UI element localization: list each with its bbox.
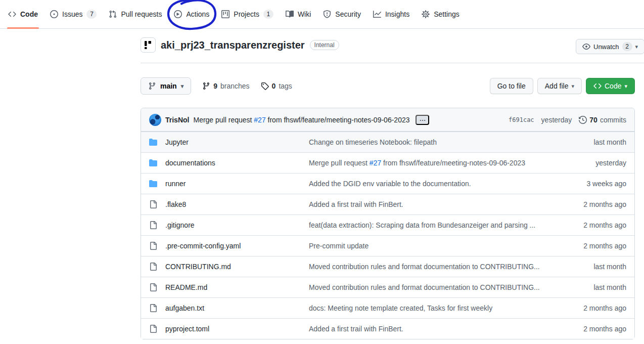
file-name-link[interactable]: .pre-commit-config.yaml: [165, 242, 241, 250]
commit-message-link[interactable]: Added a first trail with FinBert.: [309, 200, 561, 208]
file-name-link[interactable]: pyproject.toml: [165, 325, 209, 333]
file-name-link[interactable]: .gitignore: [165, 221, 195, 229]
visibility-badge: Internal: [310, 40, 339, 50]
message-pre: Merge pull request: [309, 159, 370, 167]
table-row: Jupyter Change on timeseries Notebook: f…: [141, 132, 634, 152]
tab-settings[interactable]: Settings: [416, 0, 466, 28]
unwatch-button[interactable]: Unwatch 2 ▾: [576, 39, 644, 54]
folder-icon: [149, 159, 157, 167]
repo-title[interactable]: aki_prj23_transparenzregister: [161, 39, 305, 51]
tab-code[interactable]: Code: [2, 0, 44, 28]
table-row: aufgaben.txt docs: Meeting note template…: [141, 297, 634, 318]
tab-projects[interactable]: Projects 1: [215, 0, 280, 28]
issue-opened-icon: [50, 10, 58, 18]
book-icon: [286, 10, 294, 18]
commit-message-link[interactable]: Pre-commit update: [309, 242, 561, 250]
pr-link[interactable]: #27: [254, 116, 265, 124]
folder-icon: [149, 180, 157, 188]
commit-age: yesterday: [561, 159, 626, 167]
table-row: .gitignore feat(data extraction): Scrapi…: [141, 214, 634, 235]
tab-wiki[interactable]: Wiki: [280, 0, 317, 28]
commit-age: 3 weeks ago: [561, 180, 626, 188]
branch-selector[interactable]: main ▾: [141, 77, 191, 95]
file-icon: [149, 221, 157, 229]
commit-message-link[interactable]: Moved contribution rules and format docu…: [309, 283, 561, 291]
chevron-down-icon: ▾: [635, 44, 638, 50]
commit-message-link[interactable]: Added the DGID env variable to the docum…: [309, 180, 561, 188]
commit-ellipsis-button[interactable]: …: [416, 115, 429, 125]
repo-avatar[interactable]: [141, 37, 156, 53]
file-name-link[interactable]: Jupyter: [165, 138, 189, 146]
commit-message-link[interactable]: Moved contribution rules and format docu…: [309, 263, 561, 271]
header-divider: [141, 63, 644, 63]
table-row: CONTRIBUTING.md Moved contribution rules…: [141, 256, 634, 277]
table-row: .pre-commit-config.yaml Pre-commit updat…: [141, 235, 634, 256]
tab-actions-label: Actions: [186, 10, 209, 18]
tags-label: tags: [279, 82, 292, 90]
file-name-link[interactable]: README.md: [165, 283, 207, 291]
commits-history-link[interactable]: 70 commits: [579, 116, 626, 124]
toolbar-right-group: Go to file Add file ▾ Code ▾: [490, 78, 635, 94]
file-icon: [149, 304, 157, 312]
history-icon: [579, 116, 587, 124]
go-to-file-button[interactable]: Go to file: [490, 78, 533, 94]
table-row: pyproject.toml Added a first trail with …: [141, 318, 634, 339]
commits-label: commits: [600, 116, 626, 124]
branches-count: 9: [213, 82, 217, 90]
git-branch-icon: [148, 82, 156, 90]
commit-hash[interactable]: f691cac: [509, 116, 534, 123]
commit-message-link[interactable]: feat(data extraction): Scraping data fro…: [309, 221, 561, 229]
file-name-link[interactable]: .flake8: [165, 200, 186, 208]
table-row: README.md Moved contribution rules and f…: [141, 277, 634, 297]
file-name-link[interactable]: CONTRIBUTING.md: [165, 263, 231, 271]
commit-author[interactable]: TrisNol: [165, 116, 189, 124]
tab-pull-requests[interactable]: Pull requests: [103, 0, 168, 28]
tab-code-label: Code: [20, 10, 38, 18]
tab-security[interactable]: Security: [317, 0, 367, 28]
tab-actions[interactable]: Actions: [168, 0, 215, 28]
commit-age: 2 months ago: [561, 221, 626, 229]
commit-age: last month: [561, 283, 626, 291]
commit-age: last month: [561, 263, 626, 271]
pr-link[interactable]: #27: [370, 159, 381, 167]
commit-meta: f691cac yesterday 70 commits: [509, 116, 626, 124]
table-row: .flake8 Added a first trail with FinBert…: [141, 194, 634, 214]
commit-age: last month: [561, 138, 626, 146]
chevron-down-icon: ▾: [571, 83, 574, 89]
tab-issues[interactable]: Issues 7: [44, 0, 103, 28]
commit-message-link[interactable]: Change on timeseries Notebook: filepath: [309, 138, 561, 146]
code-button[interactable]: Code ▾: [586, 78, 635, 94]
add-file-button[interactable]: Add file ▾: [537, 78, 582, 94]
branches-label: branches: [220, 82, 250, 90]
gear-icon: [422, 10, 430, 18]
table-row: documentations Merge pull request #27 fr…: [141, 152, 634, 173]
file-name-link[interactable]: documentations: [165, 159, 215, 167]
commit-message-link[interactable]: Merge pull request #27 from fhswf/featur…: [309, 159, 561, 167]
commit-age: 2 months ago: [561, 325, 626, 333]
commit-message-link[interactable]: docs: Meeting note template created, Tas…: [309, 304, 561, 312]
org-logo-icon: [143, 39, 154, 51]
file-name-link[interactable]: runner: [165, 180, 186, 188]
file-icon: [149, 325, 157, 333]
commit-age: 2 months ago: [561, 200, 626, 208]
tab-insights-label: Insights: [385, 10, 409, 18]
branch-name: main: [160, 82, 177, 90]
avatar[interactable]: [149, 114, 161, 126]
repo-tab-bar: Code Issues 7 Pull requests Actions Proj…: [0, 0, 644, 29]
git-branch-icon: [202, 82, 210, 90]
file-icon: [149, 263, 157, 271]
commits-count: 70: [589, 116, 597, 124]
commit-message[interactable]: Merge pull request #27 from fhswf/featur…: [193, 116, 409, 124]
shield-icon: [323, 10, 331, 18]
file-browser: TrisNol Merge pull request #27 from fhsw…: [141, 108, 635, 339]
tags-link[interactable]: 0 tags: [261, 82, 292, 90]
commit-date: yesterday: [541, 116, 572, 124]
file-name-link[interactable]: aufgaben.txt: [165, 304, 204, 312]
repo-toolbar: main ▾ 9 branches 0 tags Go to file Add …: [141, 77, 635, 95]
file-icon: [149, 242, 157, 250]
code-icon: [593, 82, 602, 90]
commit-message-link[interactable]: Added a first trail with FinBert.: [309, 325, 561, 333]
tab-insights[interactable]: Insights: [367, 0, 416, 28]
branches-link[interactable]: 9 branches: [202, 82, 249, 90]
commit-age: 2 months ago: [561, 242, 626, 250]
